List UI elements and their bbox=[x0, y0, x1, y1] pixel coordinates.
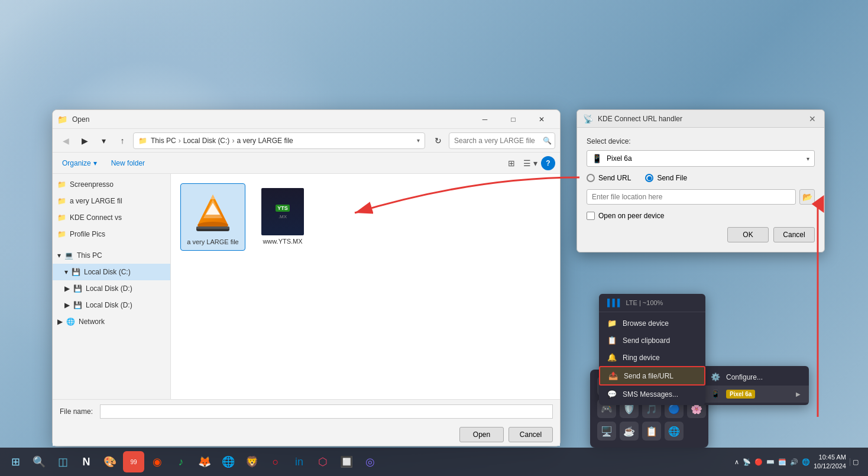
up-button[interactable]: ↑ bbox=[114, 132, 131, 149]
taskbar-clock[interactable]: 10:45 AM 10/12/2024 bbox=[814, 453, 846, 471]
sub-item-browse[interactable]: 📁 Browse device bbox=[599, 315, 705, 332]
localc-icon: 💾 bbox=[72, 268, 80, 276]
kde-ok-button[interactable]: OK bbox=[727, 227, 769, 242]
taskbar-widgets-icon[interactable]: ◫ bbox=[52, 451, 73, 472]
taskbar-badge-icon[interactable]: 99 bbox=[123, 451, 144, 472]
svg-rect-6 bbox=[196, 226, 229, 229]
kde-browse-button[interactable]: 📂 bbox=[799, 189, 815, 205]
context-item-pixel6a[interactable]: 📱 Pixel 6a ▶ bbox=[702, 386, 809, 403]
sidebar-item-profile[interactable]: 📁 Profile Pics bbox=[53, 226, 170, 242]
file-item-yts[interactable]: YTS .MX www.YTS.MX bbox=[250, 183, 315, 251]
ring-label: Ring device bbox=[623, 354, 660, 362]
large-file-label: a very LARGE fil bbox=[70, 197, 122, 205]
kde-file-input[interactable] bbox=[587, 189, 796, 205]
taskbar-instag-icon[interactable]: ⬡ bbox=[312, 451, 333, 472]
view-detail-button[interactable]: ☰ ▾ bbox=[522, 155, 539, 171]
address-dropdown-arrow[interactable]: ▾ bbox=[417, 137, 420, 144]
sub-item-ring[interactable]: 🔔 Ring device bbox=[599, 349, 705, 366]
recent-button[interactable]: ▾ bbox=[95, 132, 112, 149]
taskbar-reddit-icon[interactable]: ◉ bbox=[147, 451, 168, 472]
search-input[interactable] bbox=[454, 137, 543, 145]
expand-localc-icon: ▾ bbox=[64, 268, 68, 276]
help-button[interactable]: ? bbox=[541, 156, 555, 170]
kde-body: Select device: 📱 Pixel 6a ▾ Send URL Sen… bbox=[577, 128, 824, 252]
sub-item-sendfile[interactable]: 📤 Send a file/URL bbox=[599, 366, 705, 386]
new-folder-button[interactable]: New folder bbox=[106, 155, 150, 171]
localc-label: Local Disk (C:) bbox=[84, 268, 131, 276]
kde-cancel-button[interactable]: Cancel bbox=[773, 227, 815, 242]
tray-icon-kde-connect[interactable]: 📡 bbox=[743, 458, 751, 466]
forward-button[interactable]: ▶ bbox=[76, 132, 93, 149]
screenpresso-label: Screenpresso bbox=[70, 180, 114, 189]
taskbar-notion-icon[interactable]: N bbox=[76, 451, 97, 472]
tray-icon-kb[interactable]: ⌨️ bbox=[766, 458, 775, 466]
refresh-button[interactable]: ↻ bbox=[430, 132, 446, 149]
tray-icon-clock[interactable]: 🗓️ bbox=[778, 458, 786, 466]
clock-date: 10/12/2024 bbox=[814, 462, 846, 471]
breadcrumb-localdisk: Local Disk (C:) bbox=[183, 137, 230, 145]
minimize-button[interactable]: ─ bbox=[471, 110, 498, 129]
show-desktop-btn[interactable]: ▢ bbox=[850, 458, 859, 466]
taskbar-start-icon[interactable]: ⊞ bbox=[5, 451, 26, 472]
organize-button[interactable]: Organize ▾ bbox=[57, 155, 102, 171]
kde-open-peer-row[interactable]: Open on peer device bbox=[587, 212, 815, 220]
clipboard-icon: 📋 bbox=[607, 336, 617, 345]
expand-network-icon: ▶ bbox=[57, 318, 63, 326]
taskbar-trello-icon[interactable]: 🔲 bbox=[336, 451, 357, 472]
tray-icon-vol[interactable]: 🔊 bbox=[790, 458, 798, 466]
sidebar-item-large-file[interactable]: 📁 a very LARGE fil bbox=[53, 193, 170, 209]
taskbar-opera-icon[interactable]: ○ bbox=[265, 451, 286, 472]
view-toggle-button[interactable]: ⊞ bbox=[503, 155, 520, 171]
kde-device-icon: 📱 bbox=[592, 154, 602, 163]
tray-icon-13[interactable]: 📋 bbox=[642, 422, 661, 441]
kde-send-url-radio[interactable]: Send URL bbox=[587, 174, 631, 182]
sidebar-item-kde[interactable]: 📁 KDE Connect vs bbox=[53, 209, 170, 226]
open-button[interactable]: Open bbox=[459, 427, 504, 442]
close-button[interactable]: ✕ bbox=[528, 110, 555, 129]
file-item-vlc[interactable]: a very LARGE file bbox=[180, 183, 245, 251]
signal-icon: ▌▌▌ bbox=[607, 299, 623, 307]
taskbar-search-icon[interactable]: 🔍 bbox=[28, 451, 50, 472]
kde-close-button[interactable]: ✕ bbox=[807, 113, 818, 125]
context-menu: ⚙️ Configure... 📱 Pixel 6a ▶ bbox=[702, 366, 809, 405]
maximize-button[interactable]: □ bbox=[500, 110, 527, 129]
sidebar-item-screenpresso[interactable]: 📁 Screenpresso bbox=[53, 176, 170, 193]
taskbar-brave-icon[interactable]: 🦁 bbox=[241, 451, 263, 472]
kde-send-file-radio[interactable]: Send File bbox=[645, 174, 687, 182]
tray-icon-pw[interactable]: 🔴 bbox=[754, 458, 763, 466]
context-item-configure[interactable]: ⚙️ Configure... bbox=[702, 368, 809, 386]
pixel6a-arrow-icon: ▶ bbox=[796, 391, 801, 397]
tray-icon-net[interactable]: 🌐 bbox=[802, 458, 810, 466]
tray-icon-14[interactable]: 🌐 bbox=[665, 422, 684, 441]
kde-device-select[interactable]: 📱 Pixel 6a ▾ bbox=[587, 150, 815, 167]
tray-icon-11[interactable]: 🖥️ bbox=[597, 422, 616, 441]
taskbar-firefox-icon[interactable]: 🦊 bbox=[194, 451, 215, 472]
taskbar-edge-icon[interactable]: 🌐 bbox=[218, 451, 239, 472]
tray-icon-12[interactable]: ☕ bbox=[620, 422, 639, 441]
taskbar-app2-icon[interactable]: 🎨 bbox=[99, 451, 121, 472]
sidebar-item-localc[interactable]: ▾ 💾 Local Disk (C:) bbox=[53, 264, 170, 280]
back-button[interactable]: ◀ bbox=[57, 132, 74, 149]
file-name-input[interactable] bbox=[100, 404, 553, 419]
lte-row: ▌▌▌ LTE | ~100% bbox=[599, 296, 705, 312]
sub-item-sms[interactable]: 💬 SMS Messages... bbox=[599, 386, 705, 403]
sidebar-item-locald2[interactable]: ▶ 💾 Local Disk (D:) bbox=[53, 297, 170, 313]
pixel6a-icon: 📱 bbox=[711, 390, 720, 399]
profile-folder-icon: 📁 bbox=[57, 230, 66, 238]
taskbar-obs-icon[interactable]: ◎ bbox=[359, 451, 381, 472]
sidebar-item-thispc[interactable]: ▾ 💻 This PC bbox=[53, 247, 170, 264]
kde-open-peer-checkbox[interactable] bbox=[587, 212, 595, 220]
sms-icon: 💬 bbox=[607, 390, 617, 399]
sub-item-clipboard[interactable]: 📋 Send clipboard bbox=[599, 332, 705, 349]
cancel-file-button[interactable]: Cancel bbox=[509, 427, 553, 442]
taskbar-spotify-icon[interactable]: ♪ bbox=[170, 451, 192, 472]
taskbar-linkedin-icon[interactable]: in bbox=[289, 451, 310, 472]
sidebar-item-network[interactable]: ▶ 🌐 Network bbox=[53, 313, 170, 330]
pixel6a-label: Pixel 6a bbox=[726, 390, 755, 399]
sendfile-label: Send a file/URL bbox=[624, 372, 673, 380]
tray-expand-icon[interactable]: ∧ bbox=[734, 458, 739, 466]
search-icon[interactable]: 🔍 bbox=[543, 137, 552, 145]
titlebar-title: Open bbox=[72, 115, 471, 124]
address-bar[interactable]: 📁 This PC › Local Disk (C:) › a very LAR… bbox=[133, 132, 425, 149]
sidebar-item-locald1[interactable]: ▶ 💾 Local Disk (D:) bbox=[53, 280, 170, 297]
